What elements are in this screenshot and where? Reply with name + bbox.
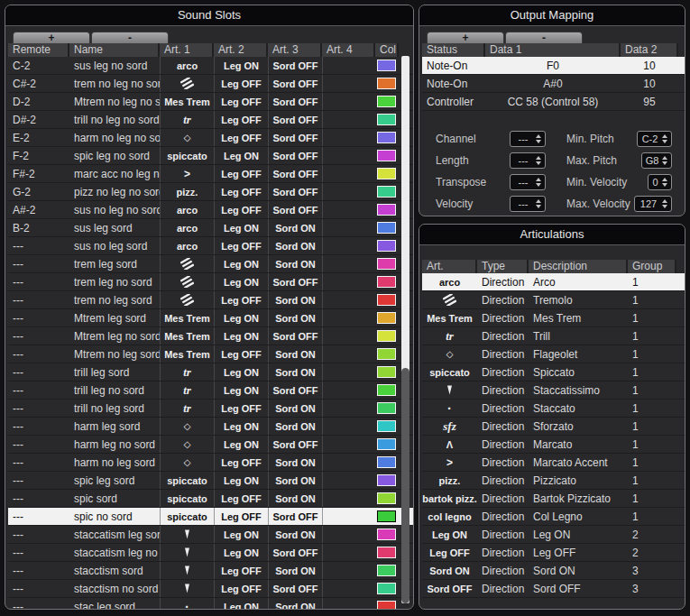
spinner-up-icon[interactable] (536, 199, 541, 203)
color-swatch[interactable] (377, 583, 396, 594)
color-swatch[interactable] (377, 186, 396, 198)
spinner-up-icon[interactable] (662, 134, 667, 138)
sound-slot-row[interactable]: ---stacctism sordLeg OFFSord ON (8, 562, 413, 580)
spinner-up-icon[interactable] (536, 178, 541, 181)
color-swatch[interactable] (377, 114, 396, 125)
scrollbar-thumb[interactable] (401, 368, 409, 603)
color-swatch[interactable] (377, 276, 396, 288)
articulation-row[interactable]: bartok pizz.DirectionBartok Pizzicato1 (422, 490, 685, 508)
sound-slot-row[interactable]: ---Mtrem leg sordMes TremLeg ONSord ON (8, 309, 413, 327)
spinner-down-icon[interactable] (536, 205, 541, 208)
spinner-arrows-icon[interactable] (534, 199, 545, 208)
color-swatch[interactable] (377, 402, 396, 414)
articulation-row[interactable]: Mes TremDirectionMes Trem1 (422, 309, 685, 327)
sound-slot-row[interactable]: ---Mtrem leg no sordMes TremLeg ONSord O… (8, 327, 413, 345)
sound-slot-row[interactable]: ---staccatism leg sordLeg ONSord ON (8, 526, 413, 544)
sound-slot-row[interactable]: ---spic leg sordspiccatoLeg ONSord ON (8, 472, 413, 490)
sound-slot-row[interactable]: ---trem leg sordLeg ONSord ON (8, 255, 413, 273)
spinner-arrows-icon[interactable] (534, 178, 545, 187)
sound-slot-row[interactable]: F-2spic leg no sordspiccatoLeg ONSord OF… (8, 147, 413, 165)
sound-slot-row[interactable]: ---harm leg no sord◇Leg ONSord OFF (8, 436, 413, 454)
color-swatch[interactable] (377, 366, 396, 378)
spinner-arrows-icon[interactable] (660, 199, 671, 208)
spinner-down-icon[interactable] (536, 183, 541, 187)
min-velocity-spinner[interactable]: 0 (648, 174, 672, 190)
color-swatch[interactable] (377, 529, 396, 540)
sound-slot-row[interactable]: E-2harm no leg no sord◇Leg OFFSord OFF (8, 129, 413, 147)
color-swatch[interactable] (377, 474, 396, 486)
sound-slot-row[interactable]: A#-2sus no leg no sordarcoLeg OFFSord OF… (8, 201, 413, 219)
articulation-row[interactable]: col legnoDirectionCol Legno1 (422, 508, 685, 526)
articulation-row[interactable]: Sord ONDirectionSord ON3 (422, 562, 685, 580)
remove-sound-slot-button[interactable]: - (91, 32, 169, 43)
color-swatch[interactable] (377, 294, 396, 306)
spinner-arrows-icon[interactable] (660, 134, 671, 143)
color-swatch[interactable] (377, 384, 396, 396)
color-swatch[interactable] (377, 150, 396, 161)
sound-slot-row[interactable]: ---trill no leg sordtrLeg OFFSord ON (8, 400, 413, 418)
articulation-row[interactable]: DirectionTremolo1 (422, 291, 685, 309)
sound-slot-row[interactable]: D#-2trill no leg no sordtrLeg OFFSord OF… (8, 111, 413, 129)
sound-slot-row[interactable]: ---Mtrem no leg sordMes TremLeg OFFSord … (8, 345, 413, 363)
sound-slot-row[interactable]: ---trem leg no sordLeg ONSord OFF (8, 273, 413, 291)
articulation-row[interactable]: arcoDirectionArco1 (422, 273, 685, 291)
max-velocity-spinner[interactable]: 127 (634, 196, 672, 212)
sound-slot-row[interactable]: B-2sus leg sordarcoLeg ONSord ON (8, 219, 413, 237)
articulation-row[interactable]: Leg ONDirectionLeg ON2 (422, 526, 685, 544)
spinner-down-icon[interactable] (536, 140, 541, 143)
sound-slot-row[interactable]: G-2pizz no leg no sordpizz.Leg OFFSord O… (8, 183, 413, 201)
articulation-row[interactable]: ΛDirectionMarcato1 (422, 436, 685, 454)
color-swatch[interactable] (377, 222, 396, 234)
output-event-row[interactable]: Note-OnA#010 (422, 75, 685, 93)
sound-slot-row[interactable]: C-2sus leg no sordarcoLeg ONSord OFF (8, 57, 413, 75)
spinner-down-icon[interactable] (536, 161, 541, 165)
sound-slot-row[interactable]: D-2Mtrem no leg no sordMes TremLeg OFFSo… (8, 93, 413, 111)
spinner-down-icon[interactable] (662, 205, 667, 208)
min-pitch-spinner[interactable]: C-2 (637, 131, 672, 147)
articulation-row[interactable]: sfzDirectionSforzato1 (422, 418, 685, 436)
articulation-row[interactable]: ◇DirectionFlageolet1 (422, 345, 685, 363)
spinner-up-icon[interactable] (662, 178, 667, 181)
sound-slot-row[interactable]: C#-2trem no leg no sordLeg OFFSord OFF (8, 75, 413, 93)
color-swatch[interactable] (377, 204, 396, 216)
spinner-arrows-icon[interactable] (534, 134, 545, 143)
add-output-event-button[interactable]: + (427, 32, 504, 43)
sound-slot-row[interactable]: ---harm leg sord◇Leg ONSord ON (8, 418, 413, 436)
velocity-spinner[interactable]: --- (510, 196, 546, 212)
articulation-row[interactable]: >DirectionMarcato Accent1 (422, 454, 685, 472)
spinner-down-icon[interactable] (662, 140, 667, 143)
color-swatch[interactable] (377, 78, 396, 89)
sound-slot-row[interactable]: ---stac leg sord·Leg ONSord ON (8, 598, 413, 610)
color-swatch[interactable] (377, 60, 396, 71)
output-event-row[interactable]: Note-OnF010 (422, 57, 685, 75)
sound-slot-row[interactable]: ---sus no leg sordarcoLeg OFFSord ON (8, 237, 413, 255)
spinner-arrows-icon[interactable] (660, 178, 671, 187)
color-swatch[interactable] (377, 601, 396, 610)
transpose-spinner[interactable]: --- (510, 174, 546, 190)
spinner-down-icon[interactable] (662, 183, 667, 187)
articulation-row[interactable]: spiccatoDirectionSpiccato1 (422, 363, 685, 382)
channel-spinner[interactable]: --- (510, 131, 546, 147)
color-swatch[interactable] (377, 492, 396, 504)
spinner-arrows-icon[interactable] (660, 156, 671, 165)
articulation-row[interactable]: ·DirectionStaccato1 (422, 400, 685, 418)
articulation-row[interactable]: Sord OFFDirectionSord OFF3 (422, 580, 685, 598)
color-swatch[interactable] (377, 240, 396, 252)
spinner-up-icon[interactable] (536, 156, 541, 160)
sound-slot-row[interactable]: ---spic sordspiccatoLeg OFFSord ON (8, 490, 413, 508)
sound-slot-row[interactable]: ---trem no leg sordLeg OFFSord ON (8, 291, 413, 309)
sound-slot-row[interactable]: ---staccatism leg no sordLeg ONSord OFF (8, 544, 413, 562)
sound-slot-row[interactable]: ---trill leg no sordtrLeg ONSord OFF (8, 382, 413, 400)
articulation-row[interactable]: Leg OFFDirectionLeg OFF2 (422, 544, 685, 562)
spinner-up-icon[interactable] (536, 134, 541, 138)
color-swatch[interactable] (377, 547, 396, 558)
spinner-up-icon[interactable] (662, 199, 667, 203)
color-swatch[interactable] (377, 168, 396, 179)
color-swatch[interactable] (377, 348, 396, 360)
color-swatch[interactable] (377, 258, 396, 270)
sound-slot-row[interactable]: ---stacctism no sordLeg OFFSord OFF (8, 580, 413, 598)
output-event-row[interactable]: ControllerCC 58 (Control 58)95 (422, 93, 685, 111)
color-swatch[interactable] (377, 330, 396, 342)
color-swatch[interactable] (377, 420, 396, 432)
spinner-arrows-icon[interactable] (534, 156, 545, 165)
